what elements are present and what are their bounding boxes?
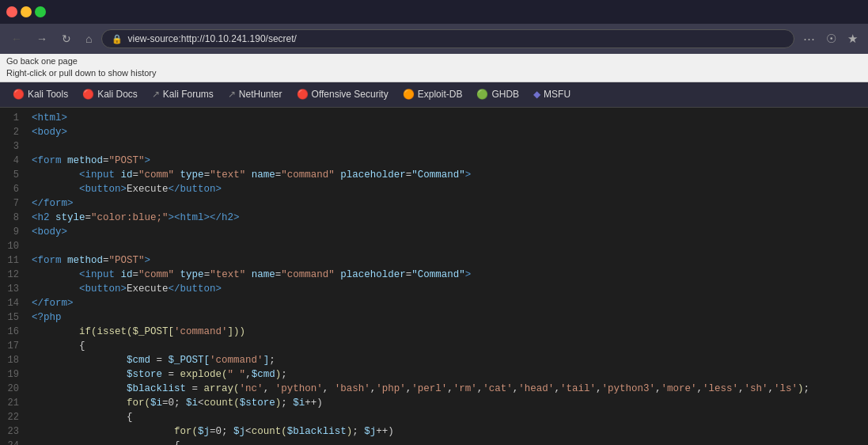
line-content: </form>: [28, 296, 74, 310]
bookmark-offensive-security[interactable]: 🔴 Offensive Security: [290, 86, 395, 102]
forward-button[interactable]: →: [32, 29, 52, 48]
line-number: 16: [0, 325, 28, 339]
tooltip-line2: Right-click or pull down to show history: [6, 67, 862, 79]
bookmark-kali-docs[interactable]: 🔴 Kali Docs: [76, 86, 144, 102]
line-number: 20: [0, 382, 28, 396]
line-number: 4: [0, 154, 28, 168]
code-line: 18 $cmd = $_POST['command'];: [0, 353, 868, 367]
code-line: 2<body>: [0, 125, 868, 139]
line-content: {: [28, 410, 133, 424]
line-number: 7: [0, 196, 28, 211]
reload-button[interactable]: ↻: [57, 29, 76, 48]
line-number: 10: [0, 239, 28, 253]
line-content: <?php: [28, 310, 62, 325]
url-text: view-source:http://10.10.241.190/secret/: [127, 33, 296, 44]
code-line: 23 for($j=0; $j<count($blacklist); $j++): [0, 424, 868, 439]
line-number: 19: [0, 367, 28, 382]
kali-forums-icon: ↗: [152, 89, 160, 100]
bookmark-exploit-db-label: Exploit-DB: [418, 89, 463, 100]
line-content: <button>Execute</button>: [28, 182, 222, 196]
code-line: 6 <button>Execute</button>: [0, 182, 868, 196]
kali-tools-icon: 🔴: [13, 89, 25, 100]
line-number: 2: [0, 125, 28, 139]
line-number: 23: [0, 424, 28, 439]
bookmark-nethunter[interactable]: ↗ NetHunter: [222, 86, 289, 102]
bookmark-star-icon[interactable]: ★: [843, 30, 862, 48]
line-content: [28, 139, 32, 154]
bookmark-msfu[interactable]: ◆ MSFU: [527, 86, 577, 102]
line-content: {: [28, 439, 180, 445]
line-number: 14: [0, 296, 28, 310]
code-line: 16 if(isset($_POST['command'])): [0, 325, 868, 339]
line-number: 12: [0, 268, 28, 282]
line-content: <h2 style="color:blue;"><html></h2>: [28, 211, 240, 225]
tooltip-line1: Go back one page: [6, 55, 862, 67]
line-number: 5: [0, 168, 28, 182]
line-number: 18: [0, 353, 28, 367]
line-content: <input id="comm" type="text" name="comma…: [28, 268, 471, 282]
line-content: $store = explode(" ",$cmd);: [28, 367, 287, 382]
shield-icon[interactable]: ☉: [822, 30, 840, 48]
bookmark-kali-tools[interactable]: 🔴 Kali Tools: [6, 86, 74, 102]
code-line: 1<html>: [0, 111, 868, 125]
bookmark-offensive-security-label: Offensive Security: [312, 89, 389, 100]
code-line: 8<h2 style="color:blue;"><html></h2>: [0, 211, 868, 225]
line-number: 6: [0, 182, 28, 196]
nav-actions: ⋯ ☉ ★: [799, 30, 862, 48]
line-number: 8: [0, 211, 28, 225]
line-content: $blacklist = array('nc', 'python', 'bash…: [28, 382, 809, 396]
line-content: </form>: [28, 196, 74, 211]
line-number: 21: [0, 396, 28, 410]
line-number: 11: [0, 253, 28, 268]
bookmark-ghdb[interactable]: 🟢 GHDB: [470, 86, 525, 102]
line-number: 15: [0, 310, 28, 325]
line-content: <input id="comm" type="text" name="comma…: [28, 168, 471, 182]
line-content: $cmd = $_POST['command'];: [28, 353, 275, 367]
line-content: if(isset($_POST['command'])): [28, 325, 245, 339]
line-content: <body>: [28, 125, 67, 139]
code-line: 17 {: [0, 339, 868, 353]
exploit-db-icon: 🟠: [403, 89, 415, 100]
window-controls: [6, 6, 46, 17]
more-options-button[interactable]: ⋯: [799, 30, 819, 48]
code-line: 4<form method="POST">: [0, 154, 868, 168]
minimize-button[interactable]: [21, 6, 32, 17]
bookmark-kali-docs-label: Kali Docs: [97, 89, 138, 100]
bookmark-msfu-label: MSFU: [544, 89, 570, 100]
line-number: 9: [0, 225, 28, 239]
maximize-button[interactable]: [35, 6, 46, 17]
line-content: <form method="POST">: [28, 253, 150, 268]
kali-docs-icon: 🔴: [82, 89, 94, 100]
code-line: 5 <input id="comm" type="text" name="com…: [0, 168, 868, 182]
line-content: <html>: [28, 111, 67, 125]
line-content: <body>: [28, 225, 67, 239]
code-line: 14</form>: [0, 296, 868, 310]
bookmark-nethunter-label: NetHunter: [239, 89, 282, 100]
line-content: [28, 239, 32, 253]
line-number: 1: [0, 111, 28, 125]
line-number: 24: [0, 439, 28, 445]
line-number: 22: [0, 410, 28, 424]
bookmark-kali-tools-label: Kali Tools: [28, 89, 68, 100]
code-line: 3: [0, 139, 868, 154]
line-content: <form method="POST">: [28, 154, 150, 168]
offensive-security-icon: 🔴: [297, 89, 309, 100]
back-button[interactable]: ←: [6, 29, 27, 48]
code-line: 11<form method="POST">: [0, 253, 868, 268]
code-line: 15<?php: [0, 310, 868, 325]
browser-chrome: ← → ↻ ⌂ 🔒 view-source:http://10.10.241.1…: [0, 0, 868, 108]
code-line: 20 $blacklist = array('nc', 'python', 'b…: [0, 382, 868, 396]
address-bar[interactable]: 🔒 view-source:http://10.10.241.190/secre…: [101, 29, 794, 48]
line-content: <button>Execute</button>: [28, 282, 222, 296]
code-line: 9<body>: [0, 225, 868, 239]
code-line: 7</form>: [0, 196, 868, 211]
nav-bar: ← → ↻ ⌂ 🔒 view-source:http://10.10.241.1…: [0, 24, 868, 54]
close-button[interactable]: [6, 6, 17, 17]
code-line: 13 <button>Execute</button>: [0, 282, 868, 296]
source-code-area[interactable]: 1<html>2<body>34<form method="POST">5 <i…: [0, 108, 868, 445]
code-line: 24 {: [0, 439, 868, 445]
home-button[interactable]: ⌂: [81, 29, 97, 48]
bookmark-exploit-db[interactable]: 🟠 Exploit-DB: [396, 86, 469, 102]
bookmark-kali-forums[interactable]: ↗ Kali Forums: [146, 86, 220, 102]
ghdb-icon: 🟢: [476, 89, 488, 100]
